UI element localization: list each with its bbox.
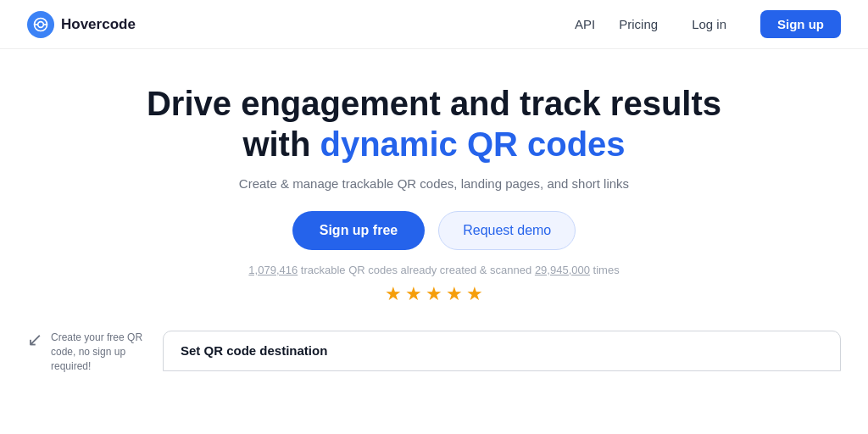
bottom-section: ↙ Create your free QR code, no sign up r… [0,331,868,373]
qr-hint: ↙ Create your free QR code, no sign up r… [27,331,146,373]
hero-title-highlight: dynamic QR codes [320,125,625,163]
qr-hint-text: Create your free QR code, no sign up req… [51,331,146,373]
login-button[interactable]: Log in [682,12,737,36]
stats-qr-count: 1,079,416 [248,264,298,276]
star-2: ★ [405,283,422,305]
star-5: ★ [466,283,483,305]
stats-scan-count: 29,945,000 [535,264,590,276]
hero-buttons: Sign up free Request demo [292,211,576,250]
signup-nav-button[interactable]: Sign up [760,10,841,38]
svg-point-1 [38,21,44,27]
request-demo-button[interactable]: Request demo [438,211,576,250]
hero-section: Drive engagement and track results with … [0,49,868,322]
logo-area: Hovercode [27,11,136,38]
hero-stars: ★ ★ ★ ★ ★ [385,283,483,305]
logo-icon [27,11,54,38]
qr-card-title: Set QR code destination [181,343,327,358]
hero-subtitle: Create & manage trackable QR codes, land… [239,176,629,191]
qr-card[interactable]: Set QR code destination [163,331,841,371]
hero-title: Drive engagement and track results with … [147,83,721,164]
signup-free-button[interactable]: Sign up free [292,211,425,250]
header: Hovercode API Pricing Log in Sign up [0,0,868,49]
star-3: ★ [426,283,442,305]
logo-text: Hovercode [61,16,136,33]
nav-api[interactable]: API [575,17,595,31]
arrow-icon: ↙ [27,327,42,353]
star-4: ★ [446,283,463,305]
hero-title-line1: Drive engagement and track results [147,85,721,122]
nav-pricing[interactable]: Pricing [619,17,658,31]
hero-title-line2-plain: with [242,125,320,163]
hero-stats: 1,079,416 trackable QR codes already cre… [248,264,619,276]
star-1: ★ [385,283,402,305]
nav: API Pricing Log in Sign up [575,10,841,38]
